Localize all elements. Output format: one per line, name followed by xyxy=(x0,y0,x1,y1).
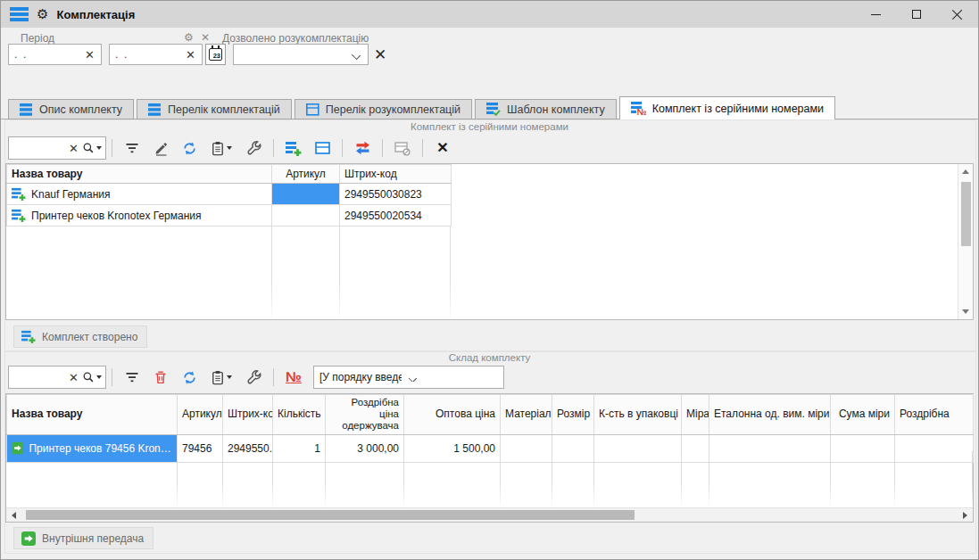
paste-button[interactable] xyxy=(206,136,236,160)
table-outline-icon xyxy=(306,103,319,116)
date-to-clear-icon[interactable]: ✕ xyxy=(179,48,202,62)
transfer-button[interactable] xyxy=(351,136,374,160)
allow-disassembly-combobox[interactable] xyxy=(233,44,369,65)
menu-bars-icon[interactable] xyxy=(10,6,29,22)
serial-table-container: Назва товару Артикул Штрих-код Knauf Гер… xyxy=(5,163,974,320)
date-from-input[interactable] xyxy=(9,48,79,61)
date-to-input[interactable] xyxy=(110,48,179,61)
table-row[interactable]: Knauf Германия 2949550030823 xyxy=(7,184,452,205)
allow-disassembly-label: Дозволено розукомплектацію xyxy=(222,32,369,45)
date-to-field[interactable]: ✕ xyxy=(109,44,203,65)
refresh-button[interactable] xyxy=(178,136,201,160)
column-header[interactable]: Сума міри xyxy=(831,395,895,435)
selected-cell[interactable] xyxy=(272,184,340,205)
search-clear-icon[interactable]: ✕ xyxy=(65,142,82,155)
column-header[interactable]: Назва товару xyxy=(7,395,178,435)
column-header[interactable]: Міра xyxy=(682,395,709,435)
filter-button[interactable] xyxy=(120,366,144,389)
tools-button[interactable] xyxy=(242,366,265,389)
column-header[interactable]: Матеріал xyxy=(501,395,552,435)
tab-disassembly-list[interactable]: Перелік розукомплектацій xyxy=(295,99,472,119)
vertical-scrollbar[interactable] xyxy=(958,164,973,319)
composition-table: Назва товару Артикул Штрих-код Кількість… xyxy=(6,394,974,463)
table-row[interactable]: Принтер чеков 79456 Kronotex... 79456 29… xyxy=(7,434,974,462)
serial-numbers-button[interactable]: № xyxy=(282,366,305,389)
tab-kit-list[interactable]: Перелік комплектацій xyxy=(137,99,292,119)
column-header[interactable]: Розмір xyxy=(552,395,594,435)
chevron-down-icon[interactable] xyxy=(353,51,361,59)
scroll-right-icon[interactable] xyxy=(963,512,967,519)
barcode-cell[interactable]: 2949550030823 xyxy=(340,184,452,205)
create-kit-button[interactable] xyxy=(282,136,305,160)
column-header[interactable]: Еталонна од. вим. міри xyxy=(709,395,831,435)
internal-transfer-chip[interactable]: Внутрішня передача xyxy=(13,527,153,549)
filter-icon xyxy=(125,141,139,155)
date-from-field[interactable]: ✕ xyxy=(8,44,102,65)
paste-button[interactable] xyxy=(206,366,236,389)
tab-kit-serial-numbers[interactable]: № Комплект із серійними номерами xyxy=(619,96,835,119)
allow-disassembly-value[interactable] xyxy=(234,48,345,61)
dropdown-arrow-icon xyxy=(227,146,232,150)
serial-search-field[interactable]: ✕ xyxy=(8,136,106,160)
allow-clear-icon[interactable]: ✕ xyxy=(374,45,386,64)
composition-search-field[interactable]: ✕ xyxy=(8,366,106,389)
sort-order-dropdown[interactable]: [У порядку введення (зворотній)] xyxy=(313,366,504,389)
maximize-button[interactable] xyxy=(896,1,937,28)
column-header[interactable]: Роздрібна ціна одержувача xyxy=(326,395,404,435)
bars-plus-icon xyxy=(12,187,26,201)
bars-number-icon: № xyxy=(631,102,646,115)
refresh-button[interactable] xyxy=(178,366,201,389)
scroll-left-icon[interactable] xyxy=(12,512,16,519)
column-header[interactable]: Артикул xyxy=(272,165,340,184)
column-header[interactable]: К-сть в упаковці xyxy=(594,395,682,435)
serial-search-input[interactable] xyxy=(9,142,65,154)
barcode-cell[interactable]: 2949550020534 xyxy=(340,205,452,226)
close-button[interactable] xyxy=(937,1,978,28)
tab-kit-description[interactable]: Опис комплекту xyxy=(8,99,134,119)
scrollbar-thumb[interactable] xyxy=(26,510,635,520)
composition-search-input[interactable] xyxy=(9,371,65,383)
product-name: Принтер чеков Kronotex Германия xyxy=(31,210,202,222)
column-header[interactable]: Артикул xyxy=(178,395,223,435)
column-header[interactable]: Назва товару xyxy=(7,165,272,184)
tools-button[interactable] xyxy=(242,136,265,160)
edit-button[interactable] xyxy=(149,136,172,160)
date-from-clear-icon[interactable]: ✕ xyxy=(79,48,101,62)
tab-kit-template[interactable]: Шаблон комплекту xyxy=(475,99,617,119)
column-header[interactable]: Кількість xyxy=(273,395,326,435)
clipboard-icon xyxy=(211,141,225,156)
scrollbar-thumb[interactable] xyxy=(961,182,971,246)
separator xyxy=(422,139,423,157)
clipboard-icon xyxy=(211,370,225,385)
period-clear-icon[interactable]: ✕ xyxy=(201,32,210,43)
wrench-icon xyxy=(246,141,261,156)
cancel-button[interactable]: ✕ xyxy=(431,136,454,160)
search-options-icon[interactable] xyxy=(82,371,105,383)
refresh-icon xyxy=(182,141,197,156)
column-header[interactable]: Оптова ціна xyxy=(404,395,501,435)
calendar-button[interactable]: 23 xyxy=(205,44,226,65)
settings-gear-icon[interactable]: ⚙ xyxy=(37,6,48,22)
bars-plus-icon xyxy=(286,141,302,156)
kit-created-chip[interactable]: Комплект створено xyxy=(13,325,147,348)
grid-button[interactable] xyxy=(311,136,334,160)
scroll-up-icon[interactable] xyxy=(962,169,969,174)
table-row[interactable]: Принтер чеков Kronotex Германия 29495500… xyxy=(7,205,452,226)
bars-icon xyxy=(20,103,33,116)
column-header[interactable]: Штрих-код xyxy=(340,165,452,184)
bars-icon xyxy=(148,103,162,116)
search-clear-icon[interactable]: ✕ xyxy=(65,371,82,384)
search-options-icon[interactable] xyxy=(82,142,105,154)
scroll-down-icon[interactable] xyxy=(962,309,969,314)
separator xyxy=(273,368,274,386)
delete-button[interactable] xyxy=(149,366,172,389)
horizontal-scrollbar[interactable] xyxy=(6,507,973,522)
column-header[interactable]: Штрих-код xyxy=(223,395,273,435)
selected-cell[interactable]: Принтер чеков 79456 Kronotex... xyxy=(7,434,178,462)
composition-table-container: Назва товару Артикул Штрих-код Кількість… xyxy=(5,393,974,523)
column-header[interactable]: Роздрібна xyxy=(895,395,974,435)
period-gear-icon[interactable]: ⚙ xyxy=(184,32,194,43)
article-cell[interactable] xyxy=(272,205,340,226)
minimize-button[interactable] xyxy=(855,1,896,28)
filter-button[interactable] xyxy=(120,136,144,160)
